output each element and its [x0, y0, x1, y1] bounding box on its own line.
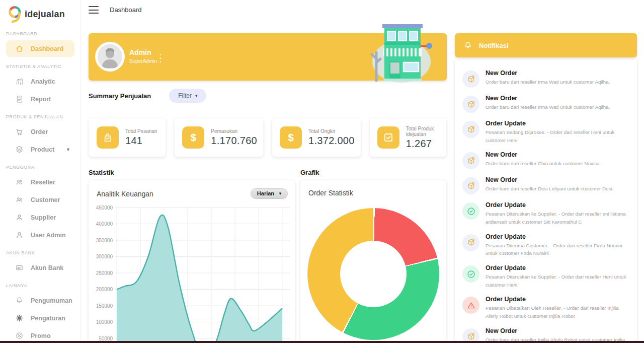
notification-item[interactable]: Order UpdatePesanan Dibatalkan Oleh Rese…: [455, 292, 637, 323]
notification-item[interactable]: Order UpdatePesanan Sedang Diproses. - O…: [455, 116, 637, 148]
users-icon: [15, 178, 24, 186]
sidebar-item-analytic[interactable]: Analytic: [6, 73, 74, 90]
notifications-title: Notifikasi: [479, 42, 509, 49]
svg-text:150000: 150000: [96, 303, 113, 309]
notification-item[interactable]: New OrderOrder baru dari reseller Chia u…: [455, 148, 637, 173]
stat-cards-row: Total Pesanan141$Pemasukan1.170.760$Tota…: [89, 118, 446, 157]
notification-title: New Order: [486, 70, 610, 77]
logo-text: idejualan: [25, 9, 65, 20]
profile-name: Admin: [129, 48, 157, 56]
notification-item[interactable]: New OrderOrder baru dari reseller Desi L…: [455, 173, 637, 198]
sidebar-item-report[interactable]: Report: [6, 91, 74, 107]
notification-title: Order Update: [486, 296, 630, 303]
notification-title: New Order: [486, 95, 610, 102]
period-select[interactable]: Harian ▼: [251, 188, 288, 199]
notification-desc: Order baru dari reseller Irma Wati untuk…: [486, 78, 610, 86]
period-selected-value: Harian: [257, 190, 274, 196]
cart-icon: [15, 127, 24, 136]
notification-item[interactable]: New OrderOrder baru dari reseller Irma W…: [455, 66, 637, 91]
sidebar-item-label: Analytic: [31, 78, 55, 85]
nav-section-label-lainnya: LAINNYA: [0, 277, 80, 291]
report-icon: [15, 95, 24, 103]
sidebar-item-label: User Admin: [31, 232, 66, 239]
stat-card-label: Total Pesanan: [125, 128, 157, 134]
order-box-icon: [462, 71, 479, 88]
notification-desc: Order baru dari reseller Irma Wati untuk…: [486, 103, 610, 111]
sidebar-item-order[interactable]: Order: [6, 123, 74, 140]
order-statistik-card: Order Statistik: [300, 180, 446, 341]
card-icon: [15, 263, 24, 272]
notification-title: Order Update: [486, 264, 630, 271]
check-circle-icon: [462, 202, 479, 220]
notification-title: New Order: [486, 151, 601, 158]
stat-card-value: 1.372.000: [308, 135, 355, 147]
notification-desc: Pesanan Dibatalkan Oleh Reseller. - Orde…: [486, 304, 630, 320]
order-box-icon: [462, 152, 479, 169]
sidebar-item-dashboard[interactable]: Dashboard: [6, 40, 74, 57]
stat-card-label: Total Produk idejualan: [406, 126, 440, 137]
stat-card-total-ongkir: $Total Ongkir1.372.000: [272, 118, 361, 157]
summary-header: Summary Penjualan Filter ▾: [89, 89, 447, 103]
stat-card-label: Pemasukan: [211, 128, 257, 134]
bottom-border: [0, 341, 644, 343]
notifications-list: New OrderOrder baru dari reseller Irma W…: [455, 66, 637, 341]
nav-section-label-pengguna: PENGGUNA: [0, 159, 80, 173]
notification-title: New Order: [486, 327, 630, 334]
notification-item[interactable]: Order UpdatePesanan Diteruskan ke Suppli…: [455, 198, 637, 229]
sidebar-item-label: Order: [31, 128, 48, 135]
notification-item[interactable]: New OrderOrder baru dari reseller Injili…: [455, 324, 637, 341]
promo-icon: [15, 331, 24, 340]
stat-card-total-pesanan: Total Pesanan141: [89, 118, 166, 157]
bell-icon: [15, 296, 24, 305]
topbar-title: Dashboard: [110, 6, 142, 14]
notification-title: Order Update: [486, 233, 630, 240]
store-illustration: [369, 22, 434, 84]
chevron-down-icon: ▼: [278, 191, 282, 196]
notification-item[interactable]: Order UpdatePesanan Diterima Customer. -…: [455, 230, 637, 261]
hamburger-menu-icon[interactable]: [89, 6, 99, 14]
sidebar-item-label: Report: [31, 96, 51, 103]
dollar-icon: $: [182, 126, 204, 149]
sidebar-item-label: Supplier: [31, 214, 56, 221]
notifications-panel: New OrderOrder baru dari reseller Irma W…: [455, 59, 637, 341]
kebab-menu-icon[interactable]: ...: [158, 51, 163, 61]
notification-desc: Order baru dari reseller Injilia Aferly …: [486, 336, 630, 341]
chevron-down-icon: ▾: [195, 93, 198, 98]
stat-card-value: 141: [125, 135, 157, 147]
chart-icon: [15, 77, 24, 86]
admin-banner: Admin SuperAdmin ...: [89, 33, 447, 81]
grafik-section-title: Grafik: [300, 169, 319, 176]
sidebar-item-akun-bank[interactable]: Akun Bank: [6, 259, 74, 276]
filter-label: Filter: [178, 92, 192, 99]
sidebar-item-reseller[interactable]: Reseller: [6, 174, 74, 190]
notification-item[interactable]: Order UpdatePesanan Diteruskan ke Suppli…: [455, 261, 637, 292]
notification-desc: Order baru dari reseller Desi Lidiyani u…: [486, 185, 613, 193]
svg-text:100000: 100000: [96, 319, 113, 325]
order-statistik-donut: [307, 208, 439, 340]
app-root: idejualan DASHBOARDDashboardSTATISTIK & …: [0, 0, 644, 343]
gear-icon: [15, 314, 24, 322]
stat-card-value: 1.170.760: [211, 135, 257, 147]
users-icon: [15, 195, 24, 204]
filter-button[interactable]: Filter ▾: [169, 89, 206, 103]
svg-text:450000: 450000: [96, 205, 113, 211]
sidebar-item-user-admin[interactable]: User Admin: [6, 227, 74, 243]
notification-title: New Order: [486, 176, 613, 183]
nav-section-label-akun-bank: AKUN BANK: [0, 244, 80, 258]
statistik-section-title: Statistik: [89, 169, 114, 176]
notification-item[interactable]: New OrderOrder baru dari reseller Irma W…: [455, 91, 637, 116]
svg-text:400000: 400000: [96, 221, 113, 227]
sidebar-item-label: Akun Bank: [31, 264, 63, 271]
sidebar-item-pengumuman[interactable]: Pengumuman: [6, 292, 74, 309]
sidebar-item-pengaturan[interactable]: Pengaturan: [6, 310, 74, 326]
chart-title: Analitik Keuangan: [97, 190, 153, 198]
check-circle-icon: [462, 265, 479, 283]
sidebar-item-customer[interactable]: Customer: [6, 191, 74, 208]
order-box-icon: [462, 96, 479, 113]
sidebar-item-supplier[interactable]: Supplier: [6, 209, 74, 226]
notification-title: Order Update: [486, 201, 630, 209]
profile-role: SuperAdmin: [129, 58, 157, 64]
logo[interactable]: idejualan: [0, 0, 80, 25]
sidebar-item-product[interactable]: Product▼: [6, 141, 74, 158]
nav-section-label-statistik-analytic: STATISTIK & ANALYTIC: [0, 58, 80, 72]
